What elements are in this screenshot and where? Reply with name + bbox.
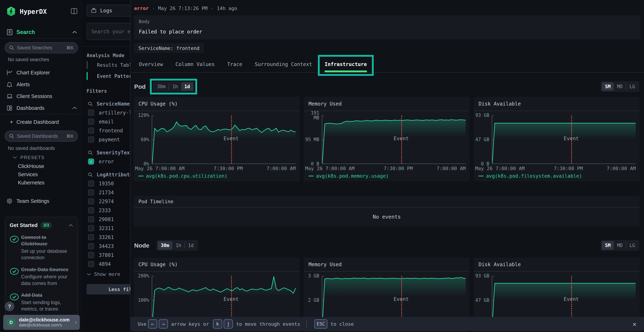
checkbox[interactable]	[88, 198, 94, 204]
esc-key[interactable]: ESC	[314, 319, 327, 328]
pod-range-30m[interactable]: 30m	[154, 82, 169, 91]
checkbox[interactable]	[88, 190, 94, 196]
checkbox[interactable]	[88, 225, 94, 231]
sidebar-item-team-settings[interactable]: Team Settings	[6, 196, 77, 206]
checkbox[interactable]	[88, 261, 94, 267]
filter-option[interactable]: 4894	[86, 261, 130, 267]
chevron-up-icon	[72, 29, 77, 36]
tab-overview[interactable]: Overview	[139, 61, 163, 67]
filter-group-header[interactable]: ServiceName	[86, 101, 130, 107]
node-size-md[interactable]: MD	[614, 241, 626, 250]
node-size-sm[interactable]: SM	[602, 241, 614, 250]
arrow-left-key[interactable]: ←	[148, 319, 157, 328]
event-search-placeholder: Search your events	[91, 28, 130, 34]
get-started-item[interactable]: Connect to ClickHouseSet up your databas…	[10, 234, 73, 261]
arrow-right-key[interactable]: →	[159, 319, 168, 328]
y-axis-tick: 95 MB	[305, 137, 319, 142]
chart-title: Disk Available	[474, 258, 640, 272]
preset-item[interactable]: Kubernetes	[18, 178, 77, 187]
filter-option[interactable]: 29081	[86, 216, 130, 222]
source-select[interactable]: Logs	[86, 5, 130, 16]
node-range-1d[interactable]: 1d	[185, 241, 197, 250]
filter-option[interactable]: payment	[86, 136, 130, 142]
filter-option[interactable]: artillery-loadgen	[86, 110, 130, 116]
get-started-item[interactable]: Add DataStart sending logs, metrics, or …	[10, 292, 73, 312]
node-range-30m[interactable]: 30m	[158, 241, 172, 250]
pod-size-sm[interactable]: SM	[602, 82, 614, 91]
preset-item[interactable]: ClickHouse	[18, 162, 77, 170]
analysis-mode-results-table[interactable]: Results Table	[86, 61, 130, 69]
node-size-lg[interactable]: LG	[626, 241, 638, 250]
tab-infrastructure[interactable]: Infrastructure	[325, 61, 367, 67]
filter-option[interactable]: 32311	[86, 225, 130, 231]
checkbox[interactable]: ✓	[88, 158, 94, 164]
pod-range-1h[interactable]: 1h	[169, 82, 181, 91]
filter-group-header[interactable]: LogAttributes	[86, 172, 130, 178]
x-axis-tick: May 26 7:00:00 AM	[305, 166, 354, 171]
saved-searches-input[interactable]: Saved Searches ⌘K	[5, 42, 78, 53]
sidebar-item-search[interactable]: Search	[6, 27, 77, 37]
checkbox[interactable]	[88, 136, 94, 142]
user-menu[interactable]: D dale@clickhouse.com dale@clickhouse.co…	[3, 315, 80, 330]
mode-indicator-bar	[86, 72, 88, 80]
pod-size-lg[interactable]: LG	[626, 82, 638, 91]
filter-option[interactable]: 21734	[86, 190, 130, 196]
filter-option[interactable]: ✓error	[86, 158, 130, 164]
less-filters-button[interactable]: Less filters	[86, 284, 130, 294]
help-button[interactable]: ?	[5, 302, 14, 311]
checkbox[interactable]	[88, 128, 94, 134]
detail-tabs: Overview Column Values Trace Surrounding…	[139, 56, 367, 72]
sidebar-item-client-sessions[interactable]: Client Sessions	[6, 91, 77, 101]
filter-option[interactable]: frontend	[86, 128, 130, 134]
no-saved-searches-text: No saved searches	[8, 57, 49, 62]
chevron-up-icon[interactable]	[68, 224, 73, 227]
filter-option[interactable]: 22974	[86, 198, 130, 204]
create-dashboard-button[interactable]: + Create Dashboard	[6, 117, 77, 127]
checkbox[interactable]	[88, 243, 94, 249]
filter-option[interactable]: 19350	[86, 180, 130, 186]
checkbox[interactable]	[88, 216, 94, 222]
get-started-item-desc: Configure where your data comes from	[21, 274, 73, 286]
tab-surrounding-context[interactable]: Surrounding Context	[255, 61, 312, 67]
filter-option[interactable]: email	[86, 118, 130, 125]
saved-dashboards-input[interactable]: Saved Dashboards ⌘K	[5, 130, 78, 142]
sidebar-item-chart-explorer[interactable]: Chart Explorer	[6, 68, 77, 78]
pod-size-md[interactable]: MD	[614, 82, 626, 91]
checkbox[interactable]	[88, 180, 94, 186]
filter-option[interactable]: 33261	[86, 234, 130, 240]
checkbox[interactable]	[88, 110, 94, 116]
checkbox[interactable]	[88, 252, 94, 258]
sidebar-item-dashboards[interactable]: Dashboards	[6, 103, 77, 113]
show-more-button[interactable]: Show more	[86, 271, 130, 277]
get-started-item-title: Connect to ClickHouse	[21, 234, 73, 247]
filter-group-header[interactable]: SeverityText	[86, 150, 130, 156]
event-search-input[interactable]: Search your events	[86, 23, 130, 40]
sidebar-item-label: Client Sessions	[16, 94, 52, 99]
node-range-1h[interactable]: 1h	[172, 241, 184, 250]
checkbox[interactable]	[88, 207, 94, 214]
filter-option[interactable]: 34423	[86, 243, 130, 249]
active-tab-underline	[325, 70, 367, 72]
checkbox[interactable]	[88, 118, 94, 125]
filter-option[interactable]: 37801	[86, 252, 130, 258]
tab-column-values[interactable]: Column Values	[176, 61, 215, 67]
filter-option[interactable]: 2333	[86, 207, 130, 214]
legend-line-swatch	[308, 176, 314, 176]
presets-toggle[interactable]: PRESETS	[12, 153, 77, 162]
pod-range-1d[interactable]: 1d	[181, 82, 193, 91]
checkbox[interactable]	[88, 234, 94, 240]
j-key[interactable]: j	[224, 319, 233, 328]
pod-section-title: Pod	[134, 83, 146, 90]
close-icon[interactable]: ✕	[632, 320, 636, 328]
get-started-item[interactable]: Create Data SourcesConfigure where your …	[10, 266, 73, 286]
collapse-sidebar-icon[interactable]	[71, 8, 77, 15]
x-axis-tick: May 26 7:00:00 AM	[135, 166, 184, 171]
service-name-chip[interactable]: ServiceName: frontend	[134, 43, 204, 53]
sidebar-item-alerts[interactable]: Alerts	[6, 80, 77, 90]
tab-trace[interactable]: Trace	[227, 61, 242, 67]
preset-item[interactable]: Services	[18, 170, 77, 178]
k-key[interactable]: k	[213, 319, 222, 328]
analysis-mode-event-patterns[interactable]: Event Patterns	[86, 72, 130, 80]
chart-legend: avg(k8s.pod.cpu.utilization)	[138, 173, 227, 179]
less-filters-label: Less filters	[108, 286, 130, 292]
